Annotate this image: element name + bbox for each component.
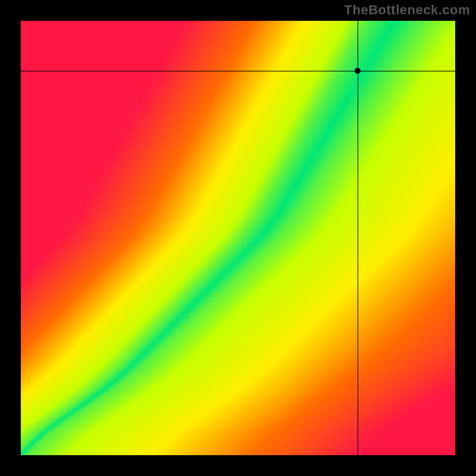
heatmap-canvas xyxy=(21,21,455,455)
crosshair-horizontal xyxy=(21,71,455,71)
crosshair-vertical xyxy=(358,21,358,455)
crosshair-point xyxy=(355,68,361,74)
app-root: TheBottleneck.com xyxy=(0,0,476,476)
watermark-text: TheBottleneck.com xyxy=(345,2,470,18)
heatmap-plot xyxy=(21,21,455,455)
